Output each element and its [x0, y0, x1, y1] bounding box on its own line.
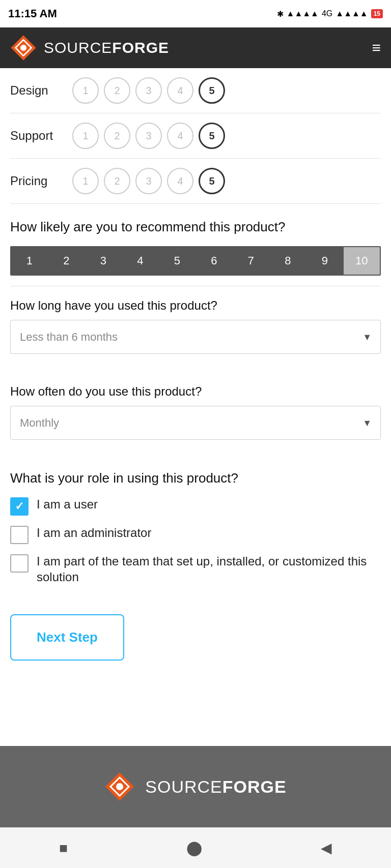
- svg-point-6: [116, 783, 123, 790]
- support-circle-3[interactable]: 3: [135, 123, 162, 149]
- next-step-section: Next Step: [10, 604, 381, 681]
- role-admin-label: I am an administrator: [37, 525, 151, 541]
- nps-cell-8[interactable]: 8: [270, 247, 307, 275]
- role-section: What is your role in using this product?…: [10, 458, 381, 604]
- signal-icon: ▲▲▲▲: [287, 9, 319, 18]
- frequency-select[interactable]: Daily Weekly Monthly Rarely: [10, 406, 381, 440]
- nav-square-icon[interactable]: ■: [59, 840, 68, 856]
- support-rating-row: Support 1 2 3 4 5: [10, 123, 381, 149]
- role-team-label: I am part of the team that set up, insta…: [37, 553, 381, 585]
- app-header: SOURCEFORGE ≡: [0, 27, 391, 68]
- nps-cell-5[interactable]: 5: [159, 247, 196, 275]
- design-circle-3[interactable]: 3: [135, 77, 162, 104]
- nps-cell-6[interactable]: 6: [196, 247, 233, 275]
- design-circles: 1 2 3 4 5: [72, 77, 225, 104]
- design-circle-1[interactable]: 1: [72, 77, 99, 104]
- design-rating-section: Design 1 2 3 4 5: [10, 68, 381, 113]
- nps-question: How likely are you to recommend this pro…: [10, 218, 381, 236]
- pricing-circle-1[interactable]: 1: [72, 168, 99, 194]
- hamburger-icon[interactable]: ≡: [372, 40, 381, 55]
- support-circle-4[interactable]: 4: [167, 123, 193, 149]
- pricing-circle-5[interactable]: 5: [199, 168, 225, 194]
- nps-cell-2[interactable]: 2: [48, 247, 86, 275]
- nav-back-icon[interactable]: ◀: [321, 840, 332, 856]
- design-rating-row: Design 1 2 3 4 5: [10, 77, 381, 104]
- svg-point-3: [20, 45, 26, 51]
- role-user-label: I am a user: [37, 496, 98, 512]
- nps-cell-1[interactable]: 1: [11, 247, 48, 275]
- role-team-checkbox[interactable]: [10, 554, 29, 573]
- duration-section: How long have you used this product? Les…: [10, 286, 381, 372]
- pricing-label: Pricing: [10, 174, 66, 188]
- next-step-label: Next Step: [37, 630, 98, 645]
- pricing-rating-section: Pricing 1 2 3 4 5: [10, 159, 381, 204]
- logo: SOURCEFORGE: [10, 35, 169, 61]
- status-time: 11:15 AM: [8, 7, 57, 20]
- frequency-question: How often do you use this product?: [10, 384, 381, 399]
- design-circle-2[interactable]: 2: [104, 77, 130, 104]
- nps-grid: 1 2 3 4 5 6 7 8 9 10: [10, 246, 381, 276]
- role-question: What is your role in using this product?: [10, 470, 381, 486]
- footer-logo-diamond-icon: [104, 771, 135, 802]
- battery-icon: 15: [371, 9, 383, 18]
- support-label: Support: [10, 129, 66, 143]
- duration-dropdown-wrapper: Less than 6 months 6 months to 1 year 1-…: [10, 320, 381, 354]
- role-user-checkbox[interactable]: [10, 497, 29, 516]
- design-circle-4[interactable]: 4: [167, 77, 193, 104]
- network-label: 4G: [322, 9, 332, 18]
- nav-bar: ■ ⬤ ◀: [0, 827, 391, 868]
- nps-cell-4[interactable]: 4: [122, 247, 159, 275]
- pricing-circle-3[interactable]: 3: [135, 168, 162, 194]
- nav-circle-icon[interactable]: ⬤: [186, 840, 202, 856]
- logo-diamond-icon: [10, 35, 37, 61]
- nps-cell-3[interactable]: 3: [85, 247, 122, 275]
- nps-cell-10[interactable]: 10: [344, 247, 380, 275]
- main-content: Design 1 2 3 4 5 Support 1 2 3 4 5 Prici: [0, 68, 391, 746]
- role-admin-row: I am an administrator: [10, 525, 381, 544]
- nps-cell-9[interactable]: 9: [306, 247, 344, 275]
- next-step-button[interactable]: Next Step: [10, 614, 124, 661]
- duration-select[interactable]: Less than 6 months 6 months to 1 year 1-…: [10, 320, 381, 354]
- pricing-rating-row: Pricing 1 2 3 4 5: [10, 168, 381, 194]
- design-label: Design: [10, 83, 66, 98]
- nps-section: How likely are you to recommend this pro…: [10, 204, 381, 286]
- frequency-dropdown-wrapper: Daily Weekly Monthly Rarely: [10, 406, 381, 440]
- role-admin-checkbox[interactable]: [10, 526, 29, 544]
- bluetooth-icon: ✱: [277, 9, 284, 19]
- support-circle-5[interactable]: 5: [199, 123, 225, 149]
- support-rating-section: Support 1 2 3 4 5: [10, 113, 381, 159]
- footer: SOURCEFORGE: [0, 746, 391, 827]
- logo-text: SOURCEFORGE: [44, 39, 169, 56]
- support-circle-1[interactable]: 1: [72, 123, 99, 149]
- nps-cell-7[interactable]: 7: [233, 247, 270, 275]
- signal-icon-2: ▲▲▲▲: [336, 9, 368, 18]
- status-bar: 11:15 AM ✱ ▲▲▲▲ 4G ▲▲▲▲ 15: [0, 0, 391, 27]
- role-user-row: I am a user: [10, 496, 381, 516]
- support-circle-2[interactable]: 2: [104, 123, 130, 149]
- frequency-section: How often do you use this product? Daily…: [10, 372, 381, 458]
- pricing-circle-4[interactable]: 4: [167, 168, 193, 194]
- support-circles: 1 2 3 4 5: [72, 123, 225, 149]
- duration-question: How long have you used this product?: [10, 298, 381, 313]
- footer-logo-text: SOURCEFORGE: [145, 777, 286, 797]
- design-circle-5[interactable]: 5: [199, 77, 225, 104]
- role-team-row: I am part of the team that set up, insta…: [10, 553, 381, 585]
- pricing-circle-2[interactable]: 2: [104, 168, 130, 194]
- pricing-circles: 1 2 3 4 5: [72, 168, 225, 194]
- status-icons: ✱ ▲▲▲▲ 4G ▲▲▲▲ 15: [277, 9, 383, 19]
